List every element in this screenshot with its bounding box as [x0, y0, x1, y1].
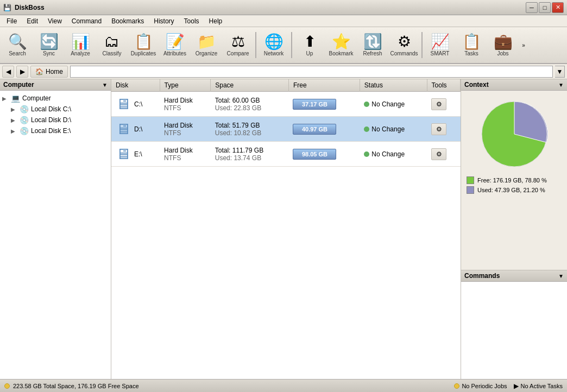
legend-used-color	[467, 186, 474, 194]
minimize-button[interactable]: ─	[526, 2, 538, 13]
commands-panel: Commands ▼	[461, 270, 567, 379]
right-panel: Context ▼ Free: 176.19 GB,	[461, 79, 567, 379]
back-button[interactable]: ◀	[2, 66, 14, 78]
search-button[interactable]: 🔍 Search	[2, 29, 33, 61]
bookmark-label: Bookmark	[329, 50, 353, 56]
search-label: Search	[9, 50, 26, 56]
disk-drive-icon-d: 🖥	[116, 120, 131, 138]
sidebar-computer-node[interactable]: ▶ 💻 Computer	[0, 93, 111, 104]
col-status[interactable]: Status	[360, 79, 427, 92]
context-header-dropdown[interactable]: ▼	[558, 82, 564, 88]
disk-drive-icon-e: 🖥	[116, 145, 131, 163]
disk-total-d: Total: 51.79 GB	[215, 122, 285, 129]
free-cell-d: 40.97 GB	[288, 117, 360, 142]
menu-tools[interactable]: Tools	[180, 16, 204, 26]
smart-label: SMART	[431, 50, 450, 56]
maximize-button[interactable]: □	[539, 2, 551, 13]
menu-edit[interactable]: Edit	[22, 16, 42, 26]
col-tools[interactable]: Tools	[427, 79, 460, 92]
sync-button[interactable]: 🔄 Sync	[34, 29, 64, 61]
disk-drive-icon-c: 🖥	[116, 95, 131, 113]
attributes-icon: 📝	[166, 34, 185, 49]
disk-type-c: Hard Disk	[164, 97, 206, 104]
attributes-button[interactable]: 📝 Attributes	[160, 29, 190, 61]
sidebar-item-d[interactable]: ▶ 💿 Local Disk D:\	[0, 115, 111, 125]
refresh-button[interactable]: 🔃 Refresh	[357, 29, 388, 61]
menu-file[interactable]: File	[2, 16, 21, 26]
tools-button-e[interactable]: ⚙	[431, 148, 446, 160]
forward-button[interactable]: ▶	[16, 66, 28, 78]
classify-label: Classify	[102, 50, 121, 56]
free-cell-e: 98.05 GB	[288, 142, 360, 167]
menu-view[interactable]: View	[43, 16, 66, 26]
sidebar: Computer ▼ ▶ 💻 Computer ▶ 💿 Local Disk C…	[0, 79, 111, 379]
address-dropdown[interactable]: ▼	[555, 66, 565, 78]
address-bar[interactable]	[70, 66, 553, 78]
home-button[interactable]: 🏠 Home	[30, 66, 68, 78]
search-icon: 🔍	[8, 34, 27, 49]
sidebar-header-dropdown[interactable]: ▼	[102, 82, 108, 88]
status-dot-d	[364, 127, 369, 132]
toolbar-overflow[interactable]: »	[519, 29, 528, 61]
menu-bookmarks[interactable]: Bookmarks	[107, 16, 148, 26]
main-area: Computer ▼ ▶ 💻 Computer ▶ 💿 Local Disk C…	[0, 79, 567, 379]
pie-chart	[476, 96, 552, 172]
col-type[interactable]: Type	[160, 79, 211, 92]
menu-help[interactable]: Help	[205, 16, 227, 26]
network-button[interactable]: 🌐 Network	[259, 29, 289, 61]
classify-icon: 🗂	[104, 34, 119, 49]
organize-icon: 📁	[197, 34, 216, 49]
analyze-button[interactable]: 📊 Analyze	[65, 29, 96, 61]
duplicates-button[interactable]: 📋 Duplicates	[128, 29, 159, 61]
commands-toolbar-button[interactable]: ⚙ Commands	[389, 29, 419, 61]
analyze-label: Analyze	[71, 50, 90, 56]
commands-header-label: Commands	[464, 272, 500, 280]
home-icon: 🏠	[35, 68, 43, 75]
computer-icon: 💻	[11, 94, 20, 103]
tools-cell-e: ⚙	[427, 142, 460, 167]
commands-icon: ⚙	[398, 34, 411, 49]
table-row[interactable]: 🖥 D:\ Hard Disk NTFS Total: 51.79 GB Use…	[111, 117, 461, 142]
free-button-c[interactable]: 37.17 GB	[293, 99, 336, 110]
free-button-e[interactable]: 98.05 GB	[293, 149, 336, 160]
disk-icon-d: 💿	[20, 116, 29, 124]
col-space[interactable]: Space	[211, 79, 289, 92]
sidebar-item-c[interactable]: ▶ 💿 Local Disk C:\	[0, 104, 111, 115]
disk-used-d: Used: 10.82 GB	[215, 129, 285, 137]
legend-free: Free: 176.19 GB, 78.80 %	[467, 176, 562, 184]
table-row[interactable]: 🖥 C:\ Hard Disk NTFS Total: 60.00 GB Use…	[111, 92, 461, 117]
disk-name-e: E:\	[134, 150, 142, 158]
tools-button-c[interactable]: ⚙	[431, 98, 446, 110]
up-button[interactable]: ⬆ Up	[294, 29, 325, 61]
up-label: Up	[306, 50, 313, 56]
status-cell-d: No Change	[360, 117, 427, 142]
tasks-button[interactable]: 📋 Tasks	[456, 29, 487, 61]
tools-cell-c: ⚙	[427, 92, 460, 117]
classify-button[interactable]: 🗂 Classify	[97, 29, 127, 61]
menu-history[interactable]: History	[149, 16, 178, 26]
expand-icon-d: ▶	[11, 117, 17, 123]
menu-command[interactable]: Command	[67, 16, 106, 26]
bookmark-button[interactable]: ⭐ Bookmark	[326, 29, 356, 61]
table-row[interactable]: 🖥 E:\ Hard Disk NTFS Total: 111.79 GB Us…	[111, 142, 461, 167]
tools-button-d[interactable]: ⚙	[431, 123, 446, 135]
organize-label: Organize	[196, 50, 218, 56]
duplicates-label: Duplicates	[131, 50, 156, 56]
free-button-d[interactable]: 40.97 GB	[293, 124, 336, 135]
refresh-label: Refresh	[363, 50, 382, 56]
analyze-icon: 📊	[71, 34, 90, 49]
close-button[interactable]: ✕	[552, 2, 564, 13]
commands-header-dropdown[interactable]: ▼	[558, 273, 564, 279]
compare-button[interactable]: ⚖ Compare	[223, 29, 253, 61]
col-disk[interactable]: Disk	[111, 79, 160, 92]
sidebar-item-e[interactable]: ▶ 💿 Local Disk E:\	[0, 125, 111, 136]
pie-chart-area: Free: 176.19 GB, 78.80 % Used: 47.39 GB,…	[461, 91, 567, 201]
organize-button[interactable]: 📁 Organize	[191, 29, 222, 61]
title-bar-left: 💾 DiskBoss	[3, 4, 45, 11]
col-free[interactable]: Free	[288, 79, 360, 92]
status-bar: 223.58 GB Total Space, 176.19 GB Free Sp…	[0, 379, 567, 392]
smart-button[interactable]: 📈 SMART	[425, 29, 455, 61]
tools-cell-d: ⚙	[427, 117, 460, 142]
jobs-label: Jobs	[497, 50, 508, 56]
jobs-button[interactable]: 💼 Jobs	[488, 29, 518, 61]
